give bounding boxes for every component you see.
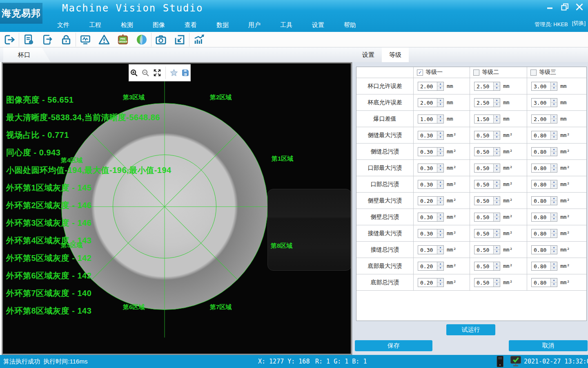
spin-up-button[interactable]: ▲ bbox=[437, 229, 443, 234]
spinbox-r6-c0[interactable]: 0.30▲▼ bbox=[418, 180, 444, 189]
spin-up-button[interactable]: ▲ bbox=[551, 246, 557, 250]
spinbox-value[interactable]: 0.30 bbox=[418, 148, 437, 156]
spin-up-button[interactable]: ▲ bbox=[494, 246, 500, 250]
spinbox-r3-c2[interactable]: 0.80▲▼ bbox=[531, 131, 557, 140]
spin-down-button[interactable]: ▼ bbox=[437, 201, 443, 205]
spinbox-value[interactable]: 0.50 bbox=[474, 246, 493, 254]
spin-down-button[interactable]: ▼ bbox=[494, 103, 500, 107]
toolbar-button-logout[interactable] bbox=[0, 32, 19, 47]
spinbox-value[interactable]: 0.20 bbox=[418, 262, 437, 270]
spinbox-r6-c1[interactable]: 0.50▲▼ bbox=[474, 180, 500, 189]
spinbox-value[interactable]: 1.50 bbox=[474, 115, 493, 123]
spin-down-button[interactable]: ▼ bbox=[494, 266, 500, 270]
spinbox-value[interactable]: 0.50 bbox=[474, 148, 493, 156]
panel-tab-0[interactable]: 设置 bbox=[355, 47, 382, 62]
spinbox-r5-c1[interactable]: 0.50▲▼ bbox=[474, 164, 500, 173]
spin-down-button[interactable]: ▼ bbox=[437, 135, 443, 139]
spin-up-button[interactable]: ▲ bbox=[551, 164, 557, 168]
spinbox-r10-c0[interactable]: 0.30▲▼ bbox=[418, 245, 444, 254]
spin-down-button[interactable]: ▼ bbox=[551, 250, 557, 254]
spinbox-value[interactable]: 0.80 bbox=[532, 278, 550, 287]
spin-down-button[interactable]: ▼ bbox=[551, 152, 557, 156]
spin-down-button[interactable]: ▼ bbox=[437, 233, 443, 238]
spin-up-button[interactable]: ▲ bbox=[551, 131, 557, 136]
spin-up-button[interactable]: ▲ bbox=[551, 99, 557, 103]
spinbox-value[interactable]: 0.50 bbox=[474, 180, 493, 188]
spinbox-r0-c0[interactable]: 2.00▲▼ bbox=[418, 82, 444, 91]
spin-up-button[interactable]: ▲ bbox=[437, 197, 443, 201]
spinbox-r9-c2[interactable]: 0.80▲▼ bbox=[531, 229, 557, 238]
spin-up-button[interactable]: ▲ bbox=[437, 164, 443, 168]
grade-checkbox-2[interactable]: ✓ bbox=[530, 70, 537, 76]
spin-up-button[interactable]: ▲ bbox=[437, 131, 443, 136]
spin-up-button[interactable]: ▲ bbox=[494, 115, 500, 119]
spinbox-r2-c0[interactable]: 1.00▲▼ bbox=[418, 114, 444, 123]
spinbox-value[interactable]: 0.30 bbox=[418, 164, 437, 172]
spin-down-button[interactable]: ▼ bbox=[437, 184, 443, 188]
spin-up-button[interactable]: ▲ bbox=[494, 164, 500, 168]
spin-down-button[interactable]: ▼ bbox=[437, 217, 443, 221]
spin-up-button[interactable]: ▲ bbox=[494, 180, 500, 185]
spinbox-r4-c2[interactable]: 0.80▲▼ bbox=[531, 147, 557, 156]
cancel-button[interactable]: 取消 bbox=[509, 340, 588, 351]
spinbox-value[interactable]: 0.80 bbox=[532, 246, 550, 254]
toolbar-button-doc-export[interactable] bbox=[38, 32, 57, 47]
spinbox-value[interactable]: 0.50 bbox=[474, 164, 493, 172]
spinbox-value[interactable]: 0.80 bbox=[532, 262, 550, 270]
spin-down-button[interactable]: ▼ bbox=[551, 217, 557, 221]
spin-down-button[interactable]: ▼ bbox=[494, 152, 500, 156]
spinbox-r9-c0[interactable]: 0.30▲▼ bbox=[418, 229, 444, 238]
spinbox-value[interactable]: 2.00 bbox=[532, 115, 550, 123]
spinbox-value[interactable]: 0.50 bbox=[474, 213, 493, 221]
spinbox-value[interactable]: 0.80 bbox=[532, 180, 550, 188]
menu-item-2[interactable]: 检测 bbox=[111, 19, 143, 31]
grade-checkbox-1[interactable]: ✓ bbox=[473, 70, 479, 76]
spin-down-button[interactable]: ▼ bbox=[551, 201, 557, 205]
spinbox-value[interactable]: 0.50 bbox=[474, 262, 493, 270]
spin-up-button[interactable]: ▲ bbox=[494, 262, 500, 267]
spin-down-button[interactable]: ▼ bbox=[494, 283, 500, 287]
spin-up-button[interactable]: ▲ bbox=[494, 148, 500, 152]
spin-up-button[interactable]: ▲ bbox=[437, 246, 443, 250]
spin-down-button[interactable]: ▼ bbox=[494, 250, 500, 254]
spin-down-button[interactable]: ▼ bbox=[494, 135, 500, 139]
spinbox-value[interactable]: 0.80 bbox=[532, 213, 550, 221]
spinbox-value[interactable]: 3.00 bbox=[532, 82, 550, 90]
toolbar-button-monitor-wave[interactable] bbox=[76, 32, 95, 47]
spinbox-r8-c1[interactable]: 0.50▲▼ bbox=[474, 213, 500, 222]
spinbox-r1-c2[interactable]: 3.00▲▼ bbox=[531, 98, 557, 107]
save-button[interactable]: 保存 bbox=[355, 340, 432, 351]
spin-up-button[interactable]: ▲ bbox=[437, 180, 443, 185]
spinbox-value[interactable]: 0.20 bbox=[418, 278, 437, 287]
spin-down-button[interactable]: ▼ bbox=[494, 168, 500, 172]
spin-down-button[interactable]: ▼ bbox=[494, 86, 500, 90]
spin-up-button[interactable]: ▲ bbox=[437, 262, 443, 267]
spinbox-r7-c1[interactable]: 0.50▲▼ bbox=[474, 196, 500, 205]
spinbox-value[interactable]: 0.50 bbox=[474, 197, 493, 205]
spinbox-r9-c1[interactable]: 0.50▲▼ bbox=[474, 229, 500, 238]
spin-down-button[interactable]: ▼ bbox=[551, 184, 557, 188]
spin-down-button[interactable]: ▼ bbox=[551, 135, 557, 139]
spinbox-r12-c2[interactable]: 0.80▲▼ bbox=[531, 278, 557, 287]
grade-checkbox-0[interactable]: ✓ bbox=[417, 70, 423, 76]
spin-down-button[interactable]: ▼ bbox=[437, 283, 443, 287]
spin-up-button[interactable]: ▲ bbox=[437, 115, 443, 119]
menu-item-4[interactable]: 查看 bbox=[175, 19, 207, 31]
spin-up-button[interactable]: ▲ bbox=[494, 99, 500, 103]
toolbar-button-camera[interactable] bbox=[151, 32, 170, 47]
zoom-in-button[interactable] bbox=[129, 68, 139, 78]
toolbar-button-trend-chart[interactable] bbox=[189, 32, 208, 47]
spin-down-button[interactable]: ▼ bbox=[551, 119, 557, 123]
spinbox-value[interactable]: 0.20 bbox=[418, 197, 437, 205]
spinbox-r7-c0[interactable]: 0.20▲▼ bbox=[418, 196, 444, 205]
toolbar-button-doc-settings[interactable] bbox=[19, 32, 38, 47]
spin-up-button[interactable]: ▲ bbox=[551, 262, 557, 267]
spinbox-r5-c2[interactable]: 0.80▲▼ bbox=[531, 164, 557, 173]
spinbox-value[interactable]: 0.80 bbox=[532, 131, 550, 139]
spinbox-value[interactable]: 0.50 bbox=[474, 229, 493, 238]
spinbox-r0-c2[interactable]: 3.00▲▼ bbox=[531, 82, 557, 91]
spinbox-value[interactable]: 0.80 bbox=[532, 229, 550, 238]
spin-down-button[interactable]: ▼ bbox=[437, 250, 443, 254]
spinbox-value[interactable]: 2.50 bbox=[474, 82, 493, 90]
spin-up-button[interactable]: ▲ bbox=[437, 99, 443, 103]
